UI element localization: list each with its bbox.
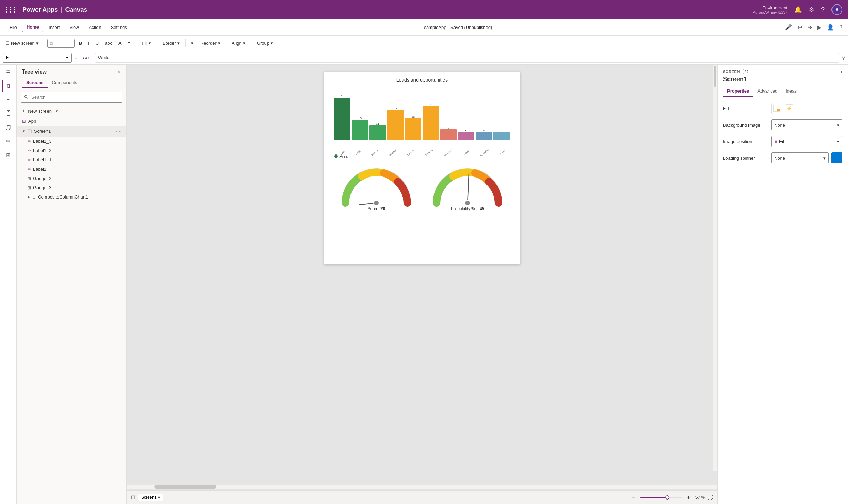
fill-swatch-corner <box>777 109 780 111</box>
svg-point-3 <box>465 200 470 206</box>
dropdown-arrow-button[interactable]: ▾ <box>188 39 196 47</box>
zoom-slider[interactable] <box>640 497 682 498</box>
apps-grid-icon[interactable] <box>6 7 17 13</box>
screen1-more-icon[interactable]: ⋯ <box>115 128 121 135</box>
new-screen-item[interactable]: + New screen ▾ <box>17 106 126 116</box>
gauge2-value: 45 <box>480 206 484 211</box>
menu-home[interactable]: Home <box>22 22 43 32</box>
environment-info: Environment AuroraAPIEnv45137 <box>753 5 787 14</box>
menu-file[interactable]: File <box>6 23 21 32</box>
tree-item-label1-2[interactable]: ✏ Label1_2 <box>17 146 126 155</box>
tree-item-gauge3[interactable]: ⊞ Gauge_3 <box>17 183 126 192</box>
fill-magic-button[interactable]: ⚡ <box>785 104 793 112</box>
tree-item-label1[interactable]: ✏ Label1 <box>17 164 126 174</box>
vertical-scrollbar[interactable] <box>713 65 717 471</box>
redo-icon[interactable]: ↪ <box>807 24 812 31</box>
gauge3-icon: ⊞ <box>28 185 31 190</box>
align-button[interactable]: ≡ <box>125 39 133 47</box>
tab-screens[interactable]: Screens <box>22 78 48 88</box>
new-screen-button[interactable]: ☐ New screen ▾ <box>3 39 41 47</box>
fill-box[interactable]: □ <box>47 39 75 48</box>
fullscreen-icon[interactable]: ⛶ <box>708 494 713 501</box>
tab-advanced[interactable]: Advanced <box>753 86 782 97</box>
strikethrough-button[interactable]: abc <box>102 39 115 47</box>
zoom-slider-thumb[interactable] <box>665 495 669 500</box>
brush-icon[interactable]: ✏ <box>2 135 14 147</box>
gauge1-svg <box>338 165 414 210</box>
tab-components[interactable]: Components <box>48 78 82 88</box>
image-position-dropdown[interactable]: ⊞ Fit ▾ <box>771 136 842 147</box>
fill-group: Fill ▾ <box>139 39 157 47</box>
coach-icon[interactable]: 🎤 <box>785 24 792 31</box>
brand-app: Power Apps <box>22 6 58 13</box>
add-icon[interactable]: + <box>2 94 14 106</box>
formula-input[interactable] <box>95 53 839 63</box>
bar-istanbul-bar <box>387 110 404 140</box>
underline-button[interactable]: U <box>93 39 102 47</box>
font-color-button[interactable]: A <box>116 39 124 47</box>
tree-item-app[interactable]: ⊞ App <box>17 116 126 126</box>
chevron-down-icon: ▾ <box>36 41 39 46</box>
tree-search <box>21 92 122 103</box>
reorder-group: Reorder ▾ <box>198 39 226 47</box>
property-label: Fill <box>6 55 12 60</box>
fill-color-box[interactable] <box>771 103 782 114</box>
components-icon[interactable]: ⊞ <box>2 149 14 161</box>
tree-close-icon[interactable]: ✕ <box>117 69 121 75</box>
group-button[interactable]: Group ▾ <box>254 39 276 47</box>
layers-icon[interactable]: ⧉ <box>2 80 14 92</box>
help-menu-icon[interactable]: ? <box>839 24 842 31</box>
fill-chevron-icon: ▾ <box>149 41 151 46</box>
loading-spinner-dropdown[interactable]: None ▾ <box>771 152 829 163</box>
data-icon[interactable]: 🗄 <box>2 107 14 120</box>
tree-item-gauge2[interactable]: ⊞ Gauge_2 <box>17 174 126 183</box>
border-button[interactable]: Border ▾ <box>160 39 182 47</box>
loading-spinner-color-box[interactable] <box>831 152 842 163</box>
avatar[interactable]: A <box>831 4 842 15</box>
left-icon-bar: ☰ ⧉ + 🗄 🎵 ✏ ⊞ <box>0 65 17 504</box>
undo-icon[interactable]: ↩ <box>797 24 802 31</box>
tree-header: Tree view ✕ <box>17 65 126 75</box>
zoom-minus-button[interactable]: − <box>629 493 638 502</box>
person-icon[interactable]: 👤 <box>827 24 834 31</box>
screen-badge[interactable]: Screen1 ▾ <box>138 494 163 501</box>
bar-seoul-value: 6 <box>465 129 467 132</box>
property-dropdown[interactable]: Fill ▾ <box>3 53 72 63</box>
bold-button[interactable]: B <box>76 39 85 47</box>
horizontal-scrollbar[interactable] <box>127 485 717 489</box>
italic-button[interactable]: I <box>85 39 92 47</box>
menu-insert[interactable]: Insert <box>44 23 64 32</box>
media-icon[interactable]: 🎵 <box>2 121 14 133</box>
tree-item-chart1[interactable]: ▶ ⊞ CompositeColumnChart1 <box>17 192 126 202</box>
label1-label: Label1 <box>33 167 46 172</box>
help-icon[interactable]: ? <box>821 6 825 13</box>
notification-icon[interactable]: 🔔 <box>794 6 802 13</box>
search-input[interactable] <box>21 92 122 103</box>
help-circle-icon[interactable]: ? <box>743 69 748 74</box>
bar-cairo-bar <box>334 98 350 140</box>
menu-action[interactable]: Action <box>85 23 105 32</box>
right-panel-expand-icon[interactable]: › <box>841 69 842 74</box>
hamburger-menu-icon[interactable]: ☰ <box>2 66 14 78</box>
app-label: App <box>28 119 36 124</box>
reorder-button[interactable]: Reorder ▾ <box>198 39 223 47</box>
horizontal-scrollbar-thumb[interactable] <box>154 485 216 489</box>
fill-button[interactable]: Fill ▾ <box>139 39 154 47</box>
expand-icon[interactable]: ∨ <box>842 55 845 61</box>
settings-icon[interactable]: ⚙ <box>809 6 814 13</box>
tree-item-screen1[interactable]: ▼ ☐ Screen1 ⋯ <box>17 126 126 137</box>
background-image-dropdown[interactable]: None ▾ <box>771 119 842 130</box>
tab-properties[interactable]: Properties <box>723 86 753 97</box>
align-button2[interactable]: Align ▾ <box>229 39 248 47</box>
vertical-scrollbar-thumb[interactable] <box>714 66 716 87</box>
zoom-plus-button[interactable]: + <box>684 493 693 502</box>
bar-moscow: 25 <box>423 103 439 140</box>
tree-item-label1-3[interactable]: ✏ Label1_3 <box>17 137 126 146</box>
gauge1-wrap: Score 20 <box>338 165 414 211</box>
tree-item-label1-1[interactable]: ✏ Label1_1 <box>17 155 126 164</box>
formulabar: Fill ▾ = f x › ∨ <box>0 51 848 65</box>
play-icon[interactable]: ▶ <box>817 24 821 31</box>
menu-view[interactable]: View <box>65 23 83 32</box>
menu-settings[interactable]: Settings <box>107 23 131 32</box>
tab-ideas[interactable]: Ideas <box>782 86 801 97</box>
